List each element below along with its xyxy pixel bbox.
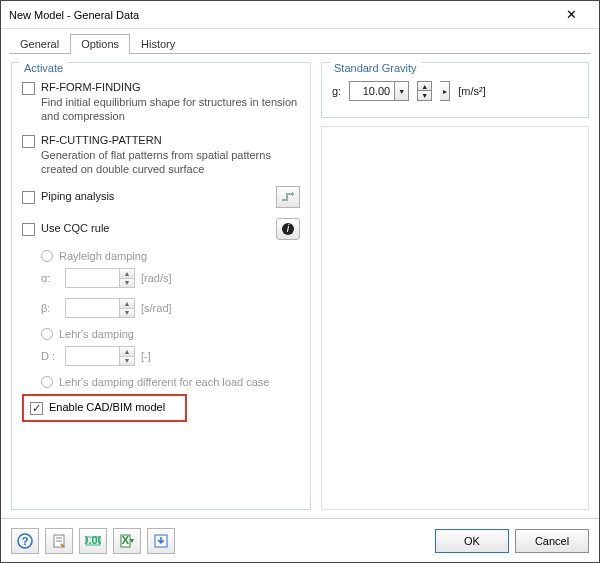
footer: ? 0.00 X OK Cancel	[1, 518, 599, 562]
beta-label: β:	[41, 302, 59, 314]
chk-cutting[interactable]	[22, 135, 35, 148]
svg-text:?: ?	[22, 535, 29, 547]
alpha-down-icon: ▼	[120, 279, 134, 288]
d-down-icon: ▼	[120, 357, 134, 366]
enable-cad-highlight: Enable CAD/BIM model	[22, 394, 187, 422]
gravity-fieldset: Standard Gravity g: 10.00 ▼ ▲ ▼ ▸ [m/s²]	[321, 62, 589, 118]
d-label: D :	[41, 350, 59, 362]
info-icon[interactable]: i	[276, 218, 300, 240]
g-up-icon[interactable]: ▲	[418, 82, 431, 91]
radio-lehr-diff	[41, 376, 53, 388]
d-up-icon: ▲	[120, 347, 134, 357]
beta-down-icon: ▼	[120, 309, 134, 318]
lehr-label: Lehr's damping	[59, 328, 134, 340]
help-icon[interactable]: ?	[11, 528, 39, 554]
g-spinner[interactable]: ▲ ▼	[417, 81, 432, 101]
opt-cutting: RF-CUTTING-PATTERN Generation of flat pa…	[22, 134, 300, 177]
chk-piping[interactable]	[22, 191, 35, 204]
g-input[interactable]: 10.00 ▼	[349, 81, 409, 101]
cqc-subgroup: Rayleigh damping α: ▲▼ [rad/s] β:	[41, 250, 300, 388]
alpha-unit: [rad/s]	[141, 272, 172, 284]
radio-rayleigh	[41, 250, 53, 262]
alpha-label: α:	[41, 272, 59, 284]
form-finding-desc: Find initial equilibrium shape for struc…	[41, 95, 300, 124]
activate-fieldset: Activate RF-FORM-FINDING Find initial eq…	[11, 62, 311, 510]
units-icon[interactable]: 0.00	[79, 528, 107, 554]
tab-general[interactable]: General	[9, 34, 70, 54]
d-unit: [-]	[141, 350, 151, 362]
cqc-label: Use CQC rule	[41, 222, 109, 234]
cutting-desc: Generation of flat patterns from spatial…	[41, 148, 300, 177]
beta-unit: [s/rad]	[141, 302, 172, 314]
svg-text:X: X	[122, 534, 130, 546]
enable-cad-label: Enable CAD/BIM model	[49, 401, 165, 413]
panels: Activate RF-FORM-FINDING Find initial eq…	[9, 54, 591, 518]
rayleigh-label: Rayleigh damping	[59, 250, 147, 262]
activate-legend: Activate	[20, 62, 67, 74]
content-area: General Options History Activate RF-FORM…	[1, 29, 599, 518]
g-unit: [m/s²]	[458, 85, 486, 97]
notes-icon[interactable]	[45, 528, 73, 554]
g-step-right-icon[interactable]: ▸	[440, 81, 450, 101]
cutting-title: RF-CUTTING-PATTERN	[41, 134, 162, 146]
lehr-diff-label: Lehr's damping different for each load c…	[59, 376, 269, 388]
tab-options[interactable]: Options	[70, 34, 130, 54]
g-label: g:	[332, 85, 341, 97]
close-icon[interactable]: ✕	[551, 7, 591, 22]
chk-cqc[interactable]	[22, 223, 35, 236]
beta-up-icon: ▲	[120, 299, 134, 309]
svg-text:0.00: 0.00	[85, 534, 101, 546]
gravity-legend: Standard Gravity	[330, 62, 421, 74]
empty-panel	[321, 126, 589, 510]
alpha-up-icon: ▲	[120, 269, 134, 279]
chk-form-finding[interactable]	[22, 82, 35, 95]
g-down-icon[interactable]: ▼	[418, 91, 431, 100]
opt-cqc: Use CQC rule i	[22, 218, 300, 240]
cancel-button[interactable]: Cancel	[515, 529, 589, 553]
alpha-input: ▲▼	[65, 268, 135, 288]
titlebar: New Model - General Data ✕	[1, 1, 599, 29]
tabstrip: General Options History	[9, 33, 591, 54]
radio-lehr	[41, 328, 53, 340]
ok-button[interactable]: OK	[435, 529, 509, 553]
opt-form-finding: RF-FORM-FINDING Find initial equilibrium…	[22, 81, 300, 124]
piping-label: Piping analysis	[41, 190, 114, 202]
g-dropdown-icon[interactable]: ▼	[394, 82, 408, 100]
dialog-window: New Model - General Data ✕ General Optio…	[0, 0, 600, 563]
opt-piping: Piping analysis	[22, 186, 300, 208]
import-icon[interactable]	[147, 528, 175, 554]
export-excel-icon[interactable]: X	[113, 528, 141, 554]
g-value: 10.00	[350, 85, 394, 97]
right-column: Standard Gravity g: 10.00 ▼ ▲ ▼ ▸ [m/s²]	[321, 62, 589, 510]
tab-history[interactable]: History	[130, 34, 186, 54]
beta-input: ▲▼	[65, 298, 135, 318]
window-title: New Model - General Data	[9, 9, 551, 21]
form-finding-title: RF-FORM-FINDING	[41, 81, 141, 93]
d-input: ▲▼	[65, 346, 135, 366]
chk-enable-cad[interactable]	[30, 402, 43, 415]
piping-settings-icon[interactable]	[276, 186, 300, 208]
